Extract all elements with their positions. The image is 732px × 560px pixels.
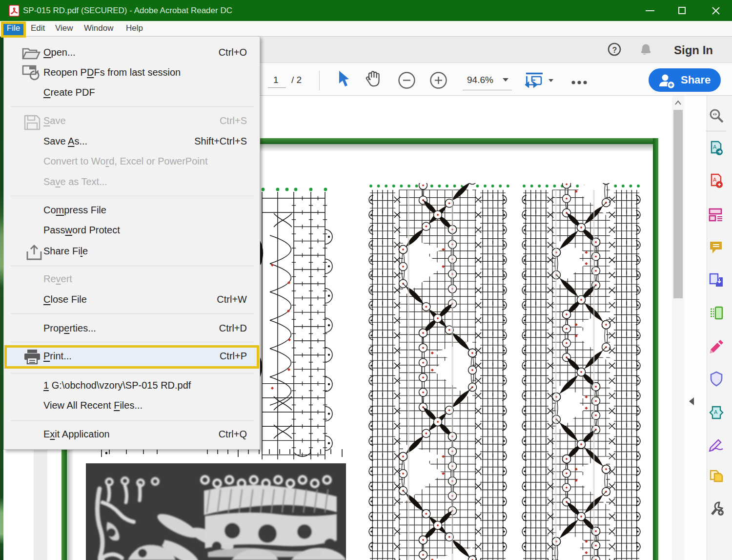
svg-text:A: A — [714, 409, 718, 415]
svg-text:?: ? — [612, 46, 617, 54]
svg-text:A: A — [713, 177, 717, 183]
svg-text:A: A — [713, 144, 717, 150]
